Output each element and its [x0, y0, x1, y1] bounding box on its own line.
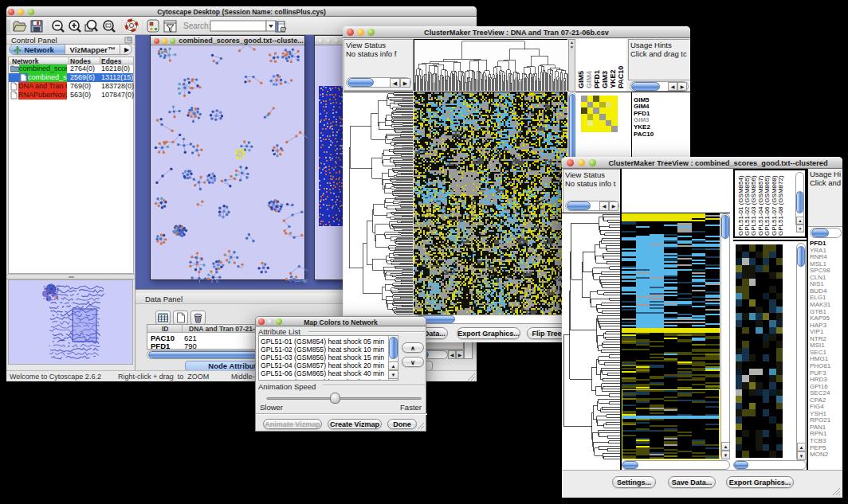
svg-text:Search:: Search: [183, 21, 210, 30]
